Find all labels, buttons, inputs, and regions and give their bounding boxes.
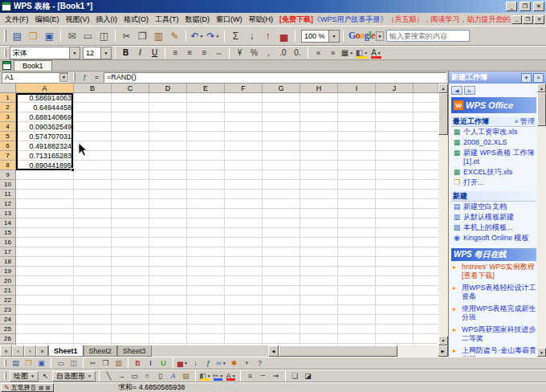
cell-a14[interactable] — [16, 218, 74, 228]
cell-i16[interactable] — [338, 238, 376, 247]
row-header-12[interactable]: 12 — [0, 199, 16, 209]
cell-c4[interactable] — [112, 122, 149, 132]
cell-i2[interactable] — [338, 103, 376, 112]
cell-i14[interactable] — [338, 218, 376, 228]
cell-c7[interactable] — [112, 151, 149, 161]
close-button[interactable]: ✕ — [533, 2, 544, 11]
cell-e11[interactable] — [187, 190, 225, 199]
autosum-icon[interactable]: Σ — [228, 28, 243, 43]
vertical-scrollbar[interactable]: ▲ ▼ — [438, 84, 448, 345]
cell-a20[interactable] — [16, 276, 74, 286]
cell-f21[interactable] — [225, 286, 263, 296]
3d-icon[interactable]: ◪ — [302, 370, 314, 382]
undo-icon[interactable]: ↶▼ — [189, 28, 205, 43]
cell-a1[interactable]: 0.586914063 — [16, 93, 74, 103]
column-header-b[interactable]: B — [74, 84, 112, 93]
cell-g14[interactable] — [263, 218, 300, 228]
row-header-18[interactable]: 18 — [0, 257, 16, 267]
cell-g25[interactable] — [263, 325, 300, 334]
paste-icon[interactable]: ▥ — [112, 357, 124, 369]
cell-d23[interactable] — [149, 305, 187, 315]
save-icon[interactable]: ▣ — [35, 357, 47, 369]
cell-h7[interactable] — [300, 151, 338, 161]
cell-a25[interactable] — [16, 325, 74, 334]
cell-j3[interactable] — [376, 112, 414, 122]
name-box[interactable]: A1 ▼ — [2, 72, 69, 83]
cell-d14[interactable] — [149, 218, 187, 228]
sheet-nav-previous-icon[interactable]: ‹ — [12, 345, 24, 357]
decrease-decimal-icon[interactable]: 0. — [291, 47, 304, 59]
cell-g15[interactable] — [263, 228, 300, 238]
menu-tools[interactable]: 工具(T) — [152, 13, 182, 27]
news-item[interactable]: ▸WPS再获国家科技进步二等奖 — [451, 324, 536, 345]
cell-j8[interactable] — [376, 161, 414, 170]
cell-e17[interactable] — [187, 247, 225, 257]
row-header-3[interactable]: 3 — [0, 112, 16, 122]
cut-icon[interactable]: ✂ — [119, 28, 134, 43]
cell-c11[interactable] — [112, 190, 149, 199]
cell-i22[interactable] — [338, 296, 376, 305]
cell-d26[interactable] — [149, 334, 187, 344]
task-pane-scrollbar[interactable]: ▲ ▼ — [537, 84, 546, 357]
cell-a24[interactable] — [16, 315, 74, 325]
insert-function-icon[interactable]: ƒ — [79, 73, 90, 81]
format-painter-icon[interactable]: ✎ — [167, 28, 182, 43]
cell-c17[interactable] — [112, 247, 149, 257]
column-header-f[interactable]: F — [225, 84, 263, 93]
cell-e21[interactable] — [187, 286, 225, 296]
cell-b11[interactable] — [74, 190, 112, 199]
cell-i24[interactable] — [338, 315, 376, 325]
cell-g10[interactable] — [263, 180, 300, 190]
font-size-combobox[interactable]: 12 ▼ — [83, 47, 112, 59]
menu-insert[interactable]: 插入(I) — [93, 13, 121, 27]
cell-i26[interactable] — [338, 334, 376, 344]
cell-f23[interactable] — [225, 305, 263, 315]
cell-b6[interactable] — [74, 141, 112, 151]
cell-e8[interactable] — [187, 161, 225, 170]
underline-icon[interactable]: U — [148, 47, 161, 59]
cell-a4[interactable]: 0.090362549 — [16, 122, 74, 132]
dropdown-arrow-icon[interactable]: ▼ — [377, 51, 381, 55]
cell-e1[interactable] — [187, 93, 225, 103]
cell-c10[interactable] — [112, 180, 149, 190]
cell-h9[interactable] — [300, 170, 338, 180]
cell-c12[interactable] — [112, 199, 149, 209]
cell-a10[interactable] — [16, 180, 74, 190]
cell-g12[interactable] — [263, 199, 300, 209]
document-tab-book1[interactable]: Book1 — [14, 60, 52, 71]
line-style-icon[interactable]: ≡ — [244, 370, 256, 382]
horizontal-scrollbar[interactable]: ◀ ▶ — [268, 345, 448, 357]
cell-b15[interactable] — [74, 228, 112, 238]
cell-b24[interactable] — [74, 315, 112, 325]
news-item[interactable]: ▸上网防盗号·金山毒霸贵宾版 — [451, 345, 536, 357]
cell-g21[interactable] — [263, 286, 300, 296]
cell-e18[interactable] — [187, 257, 225, 267]
cell-d12[interactable] — [149, 199, 187, 209]
cell-g20[interactable] — [263, 276, 300, 286]
cell-f3[interactable] — [225, 112, 263, 122]
underline-icon[interactable]: U — [157, 357, 169, 369]
row-header-23[interactable]: 23 — [0, 305, 16, 315]
cell-i6[interactable] — [338, 141, 376, 151]
name-box-dropdown-icon[interactable]: ▼ — [59, 73, 68, 82]
cell-h12[interactable] — [300, 199, 338, 209]
scroll-left-icon[interactable]: ◀ — [268, 345, 279, 357]
cell-d13[interactable] — [149, 209, 187, 218]
cell-d6[interactable] — [149, 141, 187, 151]
help-icon[interactable]: ? — [254, 357, 266, 369]
cell-c23[interactable] — [112, 305, 149, 315]
cell-d21[interactable] — [149, 286, 187, 296]
align-right-icon[interactable]: ≡ — [198, 47, 211, 59]
promo-banner[interactable]: [免费下载]《WPS用户故事手册》（共五期），阅读学习，助力提升您的办公效率！ — [279, 14, 511, 25]
cell-b18[interactable] — [74, 257, 112, 267]
cell-d2[interactable] — [149, 103, 187, 112]
dropdown-arrow-icon[interactable]: ▼ — [200, 34, 204, 39]
recent-item[interactable]: ❒打开... — [451, 178, 536, 188]
cell-g6[interactable] — [263, 141, 300, 151]
cell-a12[interactable] — [16, 199, 74, 209]
cell-j25[interactable] — [376, 325, 414, 334]
row-header-26[interactable]: 26 — [0, 334, 16, 344]
ime-toolbar-icon[interactable]: ▦ — [39, 385, 44, 391]
cell-c15[interactable] — [112, 228, 149, 238]
column-header-d[interactable]: D — [149, 84, 187, 93]
